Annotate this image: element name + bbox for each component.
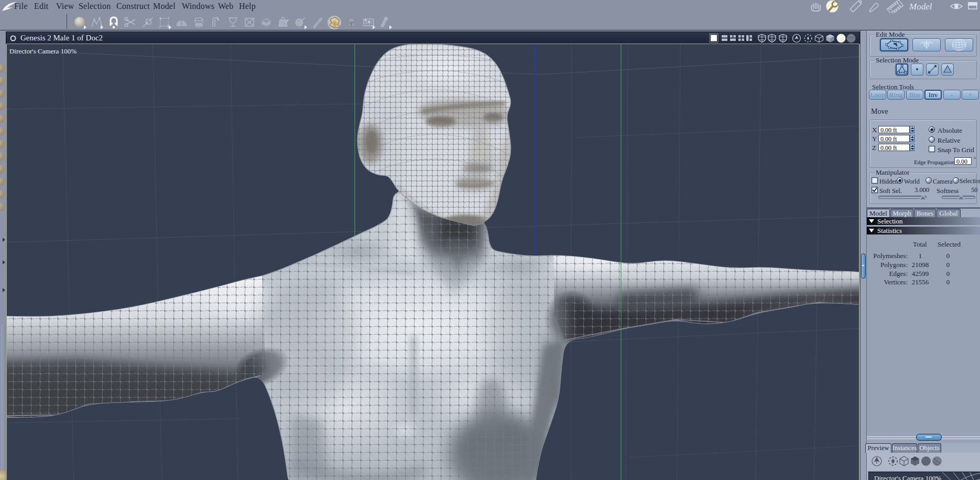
svg-text:Director's Camera 100%: Director's Camera 100% xyxy=(9,47,77,55)
svg-text:Director's Camera 100%: Director's Camera 100% xyxy=(874,474,941,480)
svg-text:Model: Model xyxy=(909,2,932,12)
